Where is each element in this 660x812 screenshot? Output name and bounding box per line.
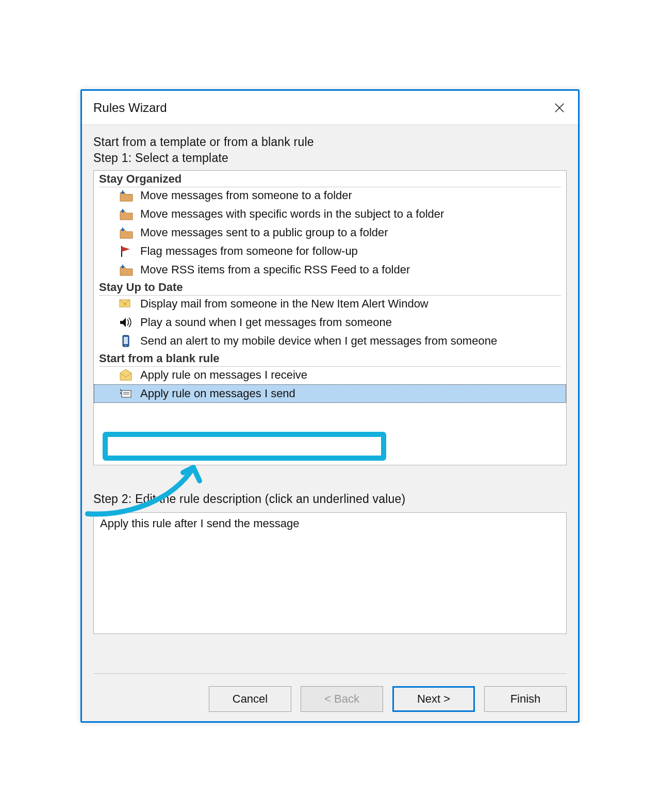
template-apply-receive[interactable]: Apply rule on messages I receive bbox=[94, 366, 566, 384]
template-move-from-someone[interactable]: Move messages from someone to a folder bbox=[94, 186, 566, 205]
template-apply-send[interactable]: Apply rule on messages I send bbox=[94, 384, 566, 403]
template-label: Flag messages from someone for follow-up bbox=[140, 245, 358, 258]
group-header-blank: Start from a blank rule bbox=[94, 350, 566, 366]
template-label: Apply rule on messages I send bbox=[140, 387, 295, 400]
dialog-footer: Cancel < Back Next > Finish bbox=[93, 673, 567, 712]
template-label: Move messages sent to a public group to … bbox=[140, 226, 388, 239]
mail-star-icon bbox=[117, 296, 135, 312]
rule-description-box[interactable]: Apply this rule after I send the message bbox=[93, 512, 567, 634]
step1-label: Step 1: Select a template bbox=[93, 151, 567, 165]
group-header-organized: Stay Organized bbox=[94, 171, 566, 186]
envelope-open-icon bbox=[117, 367, 135, 383]
rule-description-text: Apply this rule after I send the message bbox=[100, 517, 299, 530]
template-label: Apply rule on messages I receive bbox=[140, 368, 307, 382]
next-button[interactable]: Next > bbox=[392, 686, 475, 712]
template-new-item-alert[interactable]: Display mail from someone in the New Ite… bbox=[94, 295, 566, 313]
template-move-rss[interactable]: Move RSS items from a specific RSS Feed … bbox=[94, 261, 566, 279]
group-header-uptodate: Stay Up to Date bbox=[94, 279, 566, 295]
titlebar: Rules Wizard bbox=[82, 91, 578, 125]
cancel-button[interactable]: Cancel bbox=[209, 686, 291, 712]
template-play-sound[interactable]: Play a sound when I get messages from so… bbox=[94, 313, 566, 332]
svg-point-10 bbox=[120, 389, 122, 391]
template-flag-followup[interactable]: Flag messages from someone for follow-up bbox=[94, 242, 566, 261]
template-label: Move messages with specific words in the… bbox=[140, 207, 444, 221]
folder-arrow-icon bbox=[117, 262, 135, 278]
template-label: Display mail from someone in the New Ite… bbox=[140, 297, 428, 311]
group-title: Stay Organized bbox=[99, 172, 182, 185]
rules-wizard-dialog: Rules Wizard Start from a template or fr… bbox=[80, 89, 580, 723]
folder-arrow-icon bbox=[117, 206, 135, 222]
template-list: Stay Organized Move messages from someon… bbox=[93, 170, 567, 465]
back-button: < Back bbox=[301, 686, 383, 712]
svg-point-11 bbox=[120, 393, 122, 394]
message-send-icon bbox=[117, 386, 135, 401]
template-label: Send an alert to my mobile device when I… bbox=[140, 334, 497, 348]
template-label: Move RSS items from a specific RSS Feed … bbox=[140, 263, 410, 277]
template-move-words-subject[interactable]: Move messages with specific words in the… bbox=[94, 205, 566, 223]
template-mobile-alert[interactable]: Send an alert to my mobile device when I… bbox=[94, 332, 566, 350]
group-title: Start from a blank rule bbox=[99, 352, 220, 365]
sound-icon bbox=[117, 315, 135, 330]
group-title: Stay Up to Date bbox=[99, 281, 183, 294]
finish-button[interactable]: Finish bbox=[484, 686, 567, 712]
close-button[interactable] bbox=[547, 95, 572, 120]
dialog-body: Start from a template or from a blank ru… bbox=[82, 125, 578, 721]
svg-rect-5 bbox=[124, 337, 128, 344]
template-label: Move messages from someone to a folder bbox=[140, 189, 352, 202]
mobile-icon bbox=[117, 333, 135, 349]
folder-arrow-icon bbox=[117, 188, 135, 203]
dialog-title: Rules Wizard bbox=[93, 101, 167, 115]
folder-arrow-icon bbox=[117, 225, 135, 240]
close-icon bbox=[554, 102, 565, 113]
intro-text: Start from a template or from a blank ru… bbox=[93, 135, 567, 149]
flag-icon bbox=[117, 243, 135, 259]
template-label: Play a sound when I get messages from so… bbox=[140, 316, 392, 329]
svg-point-6 bbox=[125, 345, 126, 346]
step2-label: Step 2: Edit the rule description (click… bbox=[93, 492, 567, 506]
template-move-public-group[interactable]: Move messages sent to a public group to … bbox=[94, 223, 566, 242]
